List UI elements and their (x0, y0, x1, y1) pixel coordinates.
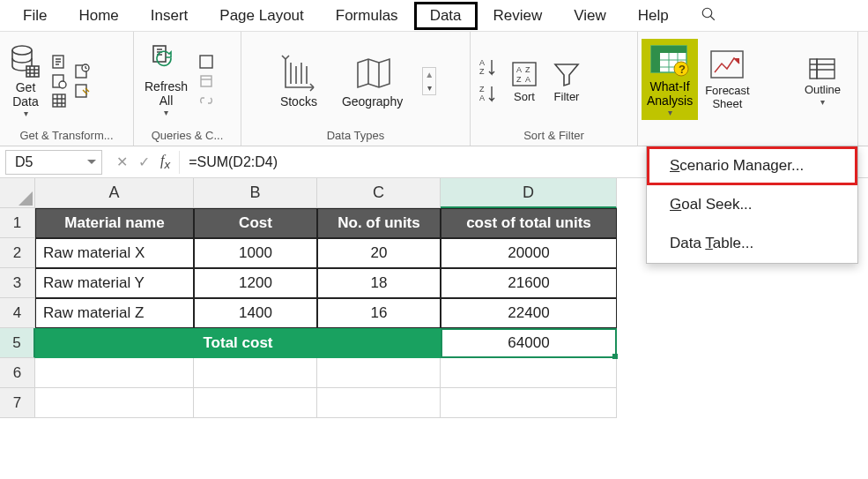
cell-a7[interactable] (35, 388, 194, 418)
properties-icon[interactable] (198, 73, 214, 89)
col-header-d[interactable]: D (441, 178, 617, 208)
header-cost[interactable]: Cost (194, 208, 317, 238)
sort-button[interactable]: AZZA Sort (506, 57, 543, 106)
row-header-4[interactable]: 4 (0, 298, 35, 328)
cell-d5[interactable]: 64000 (441, 328, 617, 358)
geography-label: Geography (342, 94, 403, 109)
fx-icon[interactable]: fx (160, 153, 170, 171)
cell-a2[interactable]: Raw material X (35, 238, 194, 268)
name-box[interactable]: D5 (5, 150, 102, 175)
menu-scenario-manager[interactable]: SScenario Manager...cenario Manager... (647, 146, 857, 185)
geography-button[interactable]: Geography (338, 52, 406, 110)
row-header-5[interactable]: 5 (0, 328, 35, 358)
svg-rect-29 (817, 59, 835, 79)
row-header-3[interactable]: 3 (0, 268, 35, 298)
tab-home[interactable]: Home (63, 2, 134, 30)
stocks-icon (278, 54, 319, 93)
select-all-corner[interactable] (0, 178, 35, 208)
get-data-button[interactable]: Get Data ▾ (7, 41, 44, 121)
tell-me-search[interactable] (694, 1, 723, 30)
col-header-a[interactable]: A (35, 178, 194, 208)
outline-button[interactable]: Outline ▾ (801, 54, 844, 109)
cell-b4[interactable]: 1400 (194, 298, 317, 328)
tab-insert[interactable]: Insert (135, 2, 204, 30)
group-label-data-types: Data Types (241, 127, 470, 146)
edit-links-icon[interactable] (198, 93, 214, 109)
cell-d7[interactable] (441, 388, 617, 418)
svg-text:Z: Z (479, 67, 485, 76)
menu-data-table[interactable]: Data Table...Data Table... (647, 224, 857, 263)
cell-d4[interactable]: 22400 (441, 298, 617, 328)
from-web-icon[interactable] (51, 73, 67, 89)
refresh-all-label: Refresh All (145, 79, 188, 108)
from-table-icon[interactable] (51, 93, 67, 109)
recent-sources-icon[interactable] (74, 64, 90, 79)
svg-line-1 (710, 16, 715, 20)
tab-page-layout[interactable]: Page Layout (204, 2, 319, 30)
row-header-7[interactable]: 7 (0, 388, 35, 418)
cell-a3[interactable]: Raw material Y (35, 268, 194, 298)
cell-d3[interactable]: 21600 (441, 268, 617, 298)
row-header-6[interactable]: 6 (0, 358, 35, 388)
forecast-sheet-label: Forecast Sheet (705, 85, 750, 111)
outline-icon (806, 56, 838, 82)
cell-d2[interactable]: 20000 (441, 238, 617, 268)
cell-a4[interactable]: Raw material Z (35, 298, 194, 328)
queries-connections-icon[interactable] (198, 54, 214, 70)
stocks-button[interactable]: Stocks (275, 52, 323, 110)
cell-c3[interactable]: 18 (317, 268, 441, 298)
col-header-b[interactable]: B (194, 178, 317, 208)
cell-b7[interactable] (194, 388, 317, 418)
tab-file[interactable]: File (7, 2, 63, 30)
sort-asc-icon[interactable]: AZ (478, 56, 501, 79)
what-if-menu: SScenario Manager...cenario Manager... G… (646, 146, 858, 264)
cell-b6[interactable] (194, 358, 317, 388)
cell-c6[interactable] (317, 358, 441, 388)
group-data-types: Stocks Geography ▲ ▾ Data Types (241, 32, 471, 146)
cell-b3[interactable]: 1200 (194, 268, 317, 298)
header-total-cost[interactable]: cost of total units (441, 208, 617, 238)
gallery-expand-icon[interactable]: ▾ (425, 83, 434, 93)
enter-icon[interactable]: ✓ (138, 153, 150, 170)
group-queries: Refresh All ▾ Queries & C... (134, 32, 241, 146)
svg-point-0 (702, 8, 712, 18)
group-get-transform: Get Data ▾ Get & Transform... (0, 32, 134, 146)
refresh-all-button[interactable]: Refresh All ▾ (141, 42, 191, 120)
svg-text:A: A (479, 94, 485, 102)
svg-text:A: A (516, 65, 522, 74)
menu-goal-seek[interactable]: Goal Seek...Goal Seek... (647, 185, 857, 224)
row-header-2[interactable]: 2 (0, 238, 35, 268)
row-header-1[interactable]: 1 (0, 208, 35, 238)
group-label-get-transform: Get & Transform... (0, 127, 133, 146)
cell-c4[interactable]: 16 (317, 298, 441, 328)
header-material-name[interactable]: Material name (35, 208, 194, 238)
cell-c2[interactable]: 20 (317, 238, 441, 268)
outline-label: Outline (805, 84, 841, 97)
sort-desc-icon[interactable]: ZA (478, 83, 501, 106)
svg-text:Z: Z (479, 85, 485, 94)
header-units[interactable]: No. of units (317, 208, 441, 238)
cell-d6[interactable] (441, 358, 617, 388)
tab-help[interactable]: Help (622, 2, 685, 30)
tab-review[interactable]: Review (478, 2, 559, 30)
from-text-icon[interactable] (51, 54, 67, 70)
col-header-c[interactable]: C (317, 178, 441, 208)
cell-c7[interactable] (317, 388, 441, 418)
svg-point-6 (59, 81, 66, 88)
svg-rect-7 (53, 94, 65, 107)
tab-data[interactable]: Data (414, 2, 478, 30)
tab-view[interactable]: View (558, 2, 622, 30)
tab-formulas[interactable]: Formulas (320, 2, 414, 30)
filter-icon (552, 59, 582, 89)
what-if-analysis-button[interactable]: ? What-If Analysis ▾ (642, 39, 698, 120)
svg-rect-13 (201, 76, 211, 86)
filter-button[interactable]: Filter (548, 57, 585, 106)
svg-rect-30 (810, 59, 817, 79)
cell-a6[interactable] (35, 358, 194, 388)
cell-total-label[interactable]: Total cost (35, 328, 441, 358)
forecast-sheet-button[interactable]: Forecast Sheet (701, 46, 753, 113)
scroll-up-icon[interactable]: ▲ (425, 70, 434, 79)
cancel-icon[interactable]: ✕ (116, 153, 128, 170)
cell-b2[interactable]: 1000 (194, 238, 317, 268)
existing-connections-icon[interactable] (74, 83, 90, 99)
